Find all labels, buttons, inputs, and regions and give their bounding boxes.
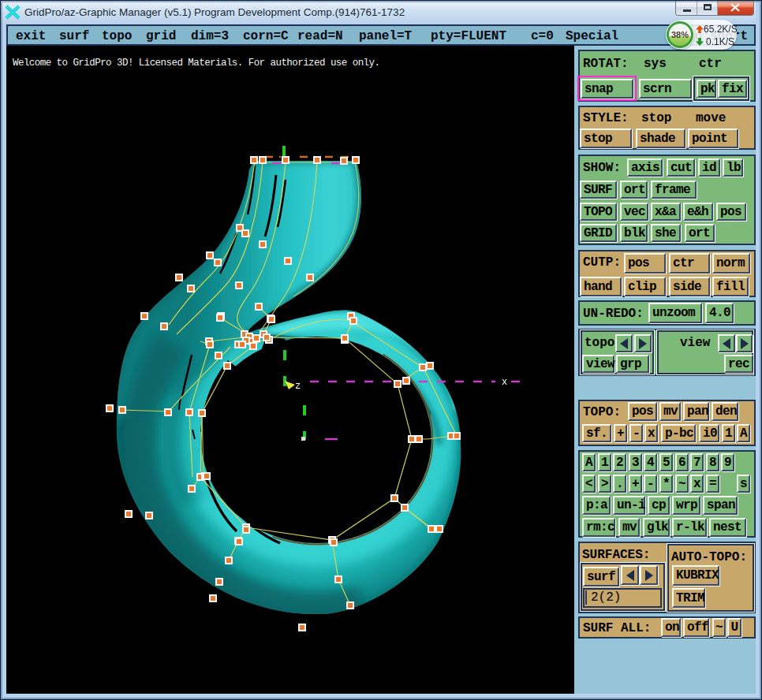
svg-text:Welcome to GridPro 3D! License: Welcome to GridPro 3D! Licensed Material… <box>13 58 380 69</box>
svg-text:z: z <box>295 381 301 392</box>
svg-text:x: x <box>502 377 507 388</box>
